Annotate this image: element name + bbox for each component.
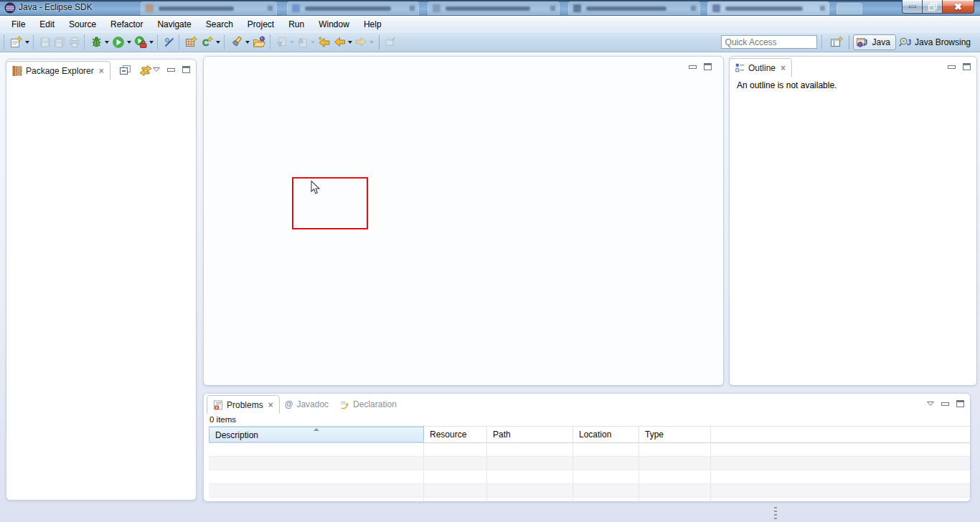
forward-dropdown[interactable] <box>369 41 374 44</box>
menu-source[interactable]: Source <box>62 18 103 31</box>
print-icon <box>69 37 80 48</box>
table-row <box>209 484 970 498</box>
link-with-editor-icon[interactable] <box>139 65 152 76</box>
package-explorer-tab[interactable]: Package Explorer × <box>6 61 110 80</box>
external-tools-icon <box>134 36 147 49</box>
column-header-type[interactable]: Type <box>639 427 711 442</box>
last-edit-location-button[interactable] <box>316 34 332 50</box>
new-wizard-dropdown[interactable] <box>25 41 29 44</box>
search-dropdown[interactable] <box>245 41 250 44</box>
debug-button[interactable] <box>89 34 110 50</box>
outline-tab[interactable]: Outline × <box>729 58 792 77</box>
menu-run[interactable]: Run <box>281 18 311 31</box>
open-task-button[interactable] <box>251 34 268 50</box>
search-button[interactable] <box>229 34 251 50</box>
javadoc-tab-label: Javadoc <box>296 399 329 409</box>
new-wizard-button[interactable] <box>9 34 31 50</box>
menu-project[interactable]: Project <box>240 18 281 31</box>
close-tab-icon[interactable]: × <box>99 67 104 75</box>
ghost-close-icon <box>268 6 273 11</box>
new-class-dropdown[interactable] <box>216 41 220 44</box>
declaration-tab[interactable]: Declaration <box>334 395 402 414</box>
view-menu-icon[interactable] <box>927 402 934 406</box>
run-external-tools-button[interactable] <box>133 34 155 50</box>
ghost-favicon <box>292 4 300 12</box>
view-menu-icon[interactable] <box>153 67 160 72</box>
maximize-view-icon[interactable] <box>963 63 971 70</box>
skip-all-breakpoints-button[interactable] <box>162 34 176 50</box>
save-all-icon <box>54 37 66 48</box>
new-class-button[interactable]: C <box>199 34 222 50</box>
toolbar-separator <box>157 35 160 49</box>
previous-annotation-dropdown[interactable] <box>311 41 315 44</box>
column-header-path[interactable]: Path <box>487 427 573 442</box>
ghost-tab-text <box>725 6 803 11</box>
collapse-all-icon[interactable] <box>119 65 131 76</box>
toolbar-separator <box>224 35 227 49</box>
open-perspective-icon <box>830 36 844 49</box>
print-button[interactable] <box>67 34 82 50</box>
back-dropdown[interactable] <box>348 41 352 44</box>
menu-navigate[interactable]: Navigate <box>150 18 198 31</box>
minimize-view-icon[interactable] <box>941 402 949 406</box>
previous-annotation-button[interactable] <box>296 34 316 50</box>
new-java-project-button[interactable] <box>184 34 199 50</box>
toolbar-separator <box>270 35 273 49</box>
maximize-view-icon[interactable] <box>182 66 190 73</box>
open-perspective-button[interactable] <box>829 34 845 50</box>
outline-header: Outline × <box>730 57 976 76</box>
close-tab-icon[interactable]: × <box>781 64 786 72</box>
forward-button[interactable] <box>354 34 375 50</box>
debug-dropdown[interactable] <box>105 41 109 44</box>
next-annotation-dropdown[interactable] <box>290 41 294 44</box>
menu-search[interactable]: Search <box>199 18 240 31</box>
column-header-location[interactable]: Location <box>573 427 639 442</box>
run-button[interactable] <box>110 34 133 50</box>
minimize-window-button[interactable] <box>902 0 923 14</box>
ghost-close-icon <box>550 6 555 11</box>
perspective-java-browsing-button[interactable]: J Java Browsing <box>896 35 976 49</box>
back-button[interactable] <box>332 34 354 50</box>
menu-help[interactable]: Help <box>357 18 389 31</box>
title-bar[interactable]: Java - Eclipse SDK ✖ <box>0 0 980 16</box>
search-flashlight-icon <box>230 36 243 48</box>
package-explorer-header: Package Explorer × <box>6 60 196 79</box>
ghost-favicon <box>573 4 581 12</box>
minimize-view-icon[interactable] <box>948 65 956 69</box>
column-header-description[interactable]: Description <box>209 427 424 442</box>
menu-file[interactable]: File <box>4 18 32 31</box>
maximize-view-icon[interactable] <box>956 400 964 407</box>
statusbar-drag-handle[interactable] <box>774 507 777 519</box>
menu-refactor[interactable]: Refactor <box>103 18 150 31</box>
menu-edit[interactable]: Edit <box>32 18 62 31</box>
close-tab-icon[interactable]: × <box>268 401 273 409</box>
external-tools-dropdown[interactable] <box>149 41 154 44</box>
ghost-close-icon <box>410 6 415 11</box>
perspective-java-button[interactable]: J Java <box>853 34 896 50</box>
menu-window[interactable]: Window <box>311 18 357 31</box>
restore-window-button[interactable] <box>922 0 943 14</box>
save-button[interactable] <box>38 34 52 50</box>
minimize-view-icon[interactable] <box>167 68 175 72</box>
minimize-view-icon[interactable] <box>689 65 697 69</box>
package-explorer-content[interactable] <box>6 79 196 500</box>
minimize-icon <box>909 6 916 8</box>
run-dropdown[interactable] <box>127 41 131 44</box>
ghost-browser-tab <box>568 1 700 15</box>
editor-area-panel[interactable] <box>203 56 724 386</box>
debug-icon <box>90 36 103 48</box>
save-all-button[interactable] <box>52 34 67 50</box>
problems-icon <box>213 400 223 410</box>
pin-editor-button[interactable] <box>383 34 397 50</box>
problems-tab[interactable]: Problems × <box>207 395 280 414</box>
toolbar-separator-line <box>849 35 849 49</box>
problems-table-header: Description Resource Path Location Type <box>209 427 970 443</box>
javadoc-tab[interactable]: @ Javadoc <box>279 395 334 414</box>
close-window-button[interactable]: ✖ <box>942 0 974 14</box>
maximize-view-icon[interactable] <box>704 63 712 70</box>
perspective-java-browsing-label: Java Browsing <box>915 37 971 47</box>
selection-rubber-band <box>292 177 368 229</box>
column-header-resource[interactable]: Resource <box>424 427 487 442</box>
next-annotation-button[interactable] <box>275 34 296 50</box>
quick-access-input[interactable] <box>721 35 817 49</box>
